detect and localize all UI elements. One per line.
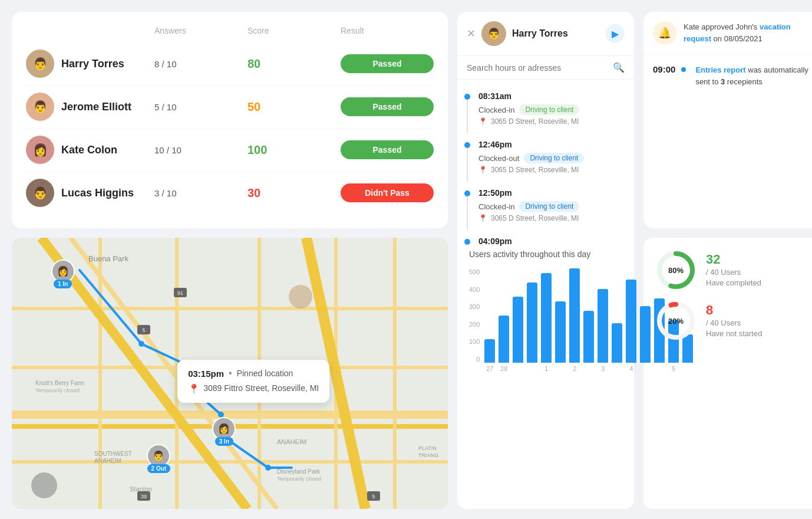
chart-area: 500 400 300 200 100 0 272812345 xyxy=(469,268,622,497)
avatar: 👨 xyxy=(481,21,506,46)
entry-tag: Driving to client xyxy=(519,201,579,212)
quiz-answers: 3 / 10 xyxy=(154,188,247,198)
tooltip-label: Pinned location xyxy=(237,369,293,378)
chart-bar xyxy=(626,280,636,363)
pin-badge: 3 In xyxy=(215,437,233,446)
pin-icon: 📍 xyxy=(478,117,487,126)
chart-x-label xyxy=(654,365,665,372)
map-container: Buena Park Knott's Berry Farm Temporaril… xyxy=(12,238,448,509)
chart-x-label: 27 xyxy=(484,365,495,372)
timeline-line xyxy=(467,196,468,229)
chart-bar xyxy=(555,301,566,363)
stat-not-started: 20% 8 / 40 UsersHave not started xyxy=(655,300,808,341)
quiz-name: Harry Torres xyxy=(61,58,154,70)
svg-text:ANAHEIM: ANAHEIM xyxy=(94,458,121,464)
table-row: 👨 Jerome Elliott 5 / 10 50 Passed xyxy=(26,86,434,129)
chart-x-label xyxy=(555,365,566,372)
svg-text:TRIANG: TRIANG xyxy=(418,452,438,458)
chart-bar xyxy=(569,268,580,363)
notification-item: 09:00 Entries report was automatically s… xyxy=(643,55,812,97)
list-item: 12:50pm Clocked-in Driving to client 📍 3… xyxy=(467,181,625,229)
chart-bar xyxy=(612,323,622,363)
chart-x-label xyxy=(612,365,622,372)
timeline-dot xyxy=(464,94,470,100)
chart-inner: 500 400 300 200 100 0 272812345 xyxy=(469,268,622,372)
svg-text:5: 5 xyxy=(142,327,145,333)
close-icon[interactable]: ✕ xyxy=(467,27,476,40)
donut-label: 20% xyxy=(668,317,684,326)
chart-x-label xyxy=(583,365,594,372)
search-icon: 🔍 xyxy=(613,62,625,73)
chart-panel: Users activity throughout this day 500 4… xyxy=(457,238,634,509)
stat-completed: 80% 32 / 40 UsersHave completed xyxy=(655,249,808,291)
entry-action: Clocked-in Driving to client xyxy=(478,201,625,212)
notif-link[interactable]: vacation request xyxy=(684,22,791,43)
chart-bar xyxy=(583,311,594,363)
timeline-dot xyxy=(464,142,470,148)
svg-point-25 xyxy=(138,341,144,347)
quiz-answers: 10 / 10 xyxy=(154,145,247,155)
chart-x-label xyxy=(682,365,693,372)
chart-bar xyxy=(541,273,552,363)
notification-item: 🔔 Kate approved John's vacation request … xyxy=(643,12,812,55)
chart-bar xyxy=(484,339,495,363)
list-item: 08:31am Clocked-in Driving to client 📍 3… xyxy=(467,84,625,133)
notification-icon: 🔔 xyxy=(653,21,676,45)
stat-info: 32 / 40 UsersHave completed xyxy=(706,252,808,288)
quiz-name: Jerome Elliott xyxy=(61,101,154,113)
donut-label: 80% xyxy=(668,266,684,275)
notification-text: Kate approved John's vacation request on… xyxy=(684,21,811,44)
chart-bar xyxy=(527,283,537,363)
timeline-line xyxy=(467,100,468,133)
stat-desc: / 40 UsersHave not started xyxy=(706,318,808,339)
pin-icon: 📍 xyxy=(478,214,487,222)
timeline-user-name: Harry Torres xyxy=(512,28,600,39)
stat-number: 8 xyxy=(706,303,808,318)
chart-bar xyxy=(513,297,523,363)
col-score: Score xyxy=(247,26,341,35)
avatar-jerome: 👨 xyxy=(26,93,54,121)
chart-x-label xyxy=(513,365,523,372)
entry-time: 12:46pm xyxy=(478,140,625,149)
table-row: 👨 Lucas Higgins 3 / 10 30 Didn't Pass xyxy=(26,172,434,214)
play-button[interactable]: ▶ xyxy=(606,24,625,43)
notification-panel: 🔔 Kate approved John's vacation request … xyxy=(643,12,812,228)
result-badge: Didn't Pass xyxy=(341,183,434,202)
col-result: Result xyxy=(341,26,434,35)
entry-tag: Driving to client xyxy=(524,153,584,163)
svg-text:PLATIN: PLATIN xyxy=(418,445,437,451)
pin-badge: 1 In xyxy=(54,280,72,288)
svg-point-38 xyxy=(31,472,57,498)
svg-text:ANAHEIM: ANAHEIM xyxy=(277,438,306,445)
timeline-dot xyxy=(464,190,470,196)
quiz-name: Lucas Higgins xyxy=(61,187,154,199)
chart-x-label: 5 xyxy=(668,365,679,372)
table-row: 👨 Harry Torres 8 / 10 80 Passed xyxy=(26,42,434,86)
entry-action: Clocked-in Driving to client xyxy=(478,104,625,115)
svg-point-28 xyxy=(265,465,271,471)
svg-text:Temporarily closed: Temporarily closed xyxy=(35,387,80,393)
avatar-kate: 👩 xyxy=(26,136,54,164)
notif-link[interactable]: Entries report xyxy=(695,65,745,74)
tooltip-address: 📍 3089 Fittro Street, Roseville, MI xyxy=(188,383,319,395)
stat-info: 8 / 40 UsersHave not started xyxy=(706,303,808,339)
entry-tag: Driving to client xyxy=(519,104,579,115)
map-pin-2-out: 👨 2 Out xyxy=(147,444,170,473)
search-input[interactable] xyxy=(467,63,608,73)
chart-x-label: 3 xyxy=(598,365,608,372)
notification-text: Entries report was automatically sent to… xyxy=(695,64,811,87)
map-panel: Buena Park Knott's Berry Farm Temporaril… xyxy=(12,238,448,509)
svg-text:39: 39 xyxy=(141,494,147,500)
quiz-name: Kate Colon xyxy=(61,144,154,156)
chart-x-label: 1 xyxy=(541,365,552,372)
pin-badge: 2 Out xyxy=(147,464,171,473)
list-item: 12:46pm Clocked-out Driving to client 📍 … xyxy=(467,133,625,181)
pin-icon: 📍 xyxy=(188,383,200,395)
entry-time: 04:09pm xyxy=(478,236,625,246)
svg-text:SOUTHWEST: SOUTHWEST xyxy=(94,451,132,457)
svg-text:Temporarily closed: Temporarily closed xyxy=(277,476,321,482)
chart-x-label: 28 xyxy=(499,365,509,372)
svg-point-37 xyxy=(289,285,312,308)
quiz-header: Answers Score Result xyxy=(26,26,434,42)
timeline-search-bar[interactable]: 🔍 xyxy=(457,56,634,80)
